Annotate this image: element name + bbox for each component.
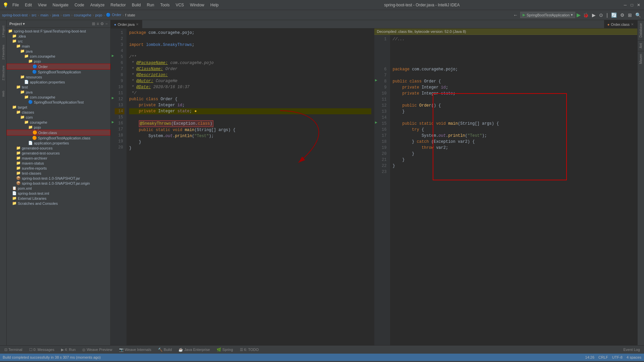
menu-refactor[interactable]: Refactor	[108, 2, 128, 8]
back-button[interactable]: ←	[512, 12, 519, 18]
database-panel-tab[interactable]: Database	[638, 20, 644, 40]
tab-weave-preview[interactable]: ◎ Weave Preview	[79, 347, 115, 353]
tab-order-java[interactable]: ● Order.java ✕	[111, 20, 142, 28]
menu-navigate[interactable]: Navigate	[50, 2, 71, 8]
tree-item-app-props2[interactable]: 📄 application.properties	[7, 140, 110, 145]
tree-item-src[interactable]: 📁 src	[7, 39, 110, 44]
encoding[interactable]: UTF-8	[612, 355, 623, 359]
tree-item-test[interactable]: 📁 test	[7, 84, 110, 89]
tree-item-target[interactable]: 📁 target	[7, 105, 110, 110]
tree-item-gen-sources[interactable]: 📁 generated-sources	[7, 145, 110, 150]
collapse-all-icon[interactable]: ≡	[97, 21, 99, 26]
ant-panel-tab[interactable]: Ant	[638, 40, 644, 51]
tree-item-order-class[interactable]: 🟠 Order.class	[7, 130, 110, 135]
tab-order-class[interactable]: ● Order.class ✕	[604, 20, 637, 28]
event-log-button[interactable]: Event Log	[621, 347, 643, 352]
tree-item-pojo2[interactable]: 📁 pojo	[7, 125, 110, 130]
run-button[interactable]: ▶	[577, 12, 581, 18]
tree-item-springboot-class[interactable]: 🟠 SpringBootTestApplication.class	[7, 135, 110, 140]
tab-build[interactable]: 🔨 Build	[155, 347, 175, 353]
coverage-button[interactable]: ▶	[591, 12, 597, 18]
tree-item-test-classes[interactable]: 📁 test-classes	[7, 171, 110, 176]
close-tab-icon[interactable]: ✕	[631, 22, 634, 26]
maximize-button[interactable]: □	[629, 2, 635, 8]
minimize-button[interactable]: ─	[623, 2, 628, 8]
breadcrumb-java[interactable]: java	[52, 13, 59, 17]
tree-item-jar2[interactable]: 📦 spring-boot-test-1.0-SNAPSHOT.jar.orig…	[7, 181, 110, 186]
tree-item-couragehe2[interactable]: 📁 couragehe	[7, 120, 110, 125]
settings-button[interactable]: ⚙	[619, 12, 626, 18]
tree-item-main[interactable]: 📁 main	[7, 44, 110, 49]
tab-todo[interactable]: ☰ 6: TODO	[237, 347, 262, 353]
search-button[interactable]: 🔍	[634, 12, 642, 18]
structure-icon[interactable]: Z:Structure	[0, 63, 6, 83]
breadcrumb-pojo[interactable]: pojo	[95, 13, 102, 17]
menu-file[interactable]: File	[10, 2, 21, 8]
left-code-area[interactable]: ▶ ▶ ▶	[111, 28, 374, 345]
tree-item-resources[interactable]: 📁 resources	[7, 74, 110, 79]
tree-item-gen-test-sources[interactable]: 📁 generated-test-sources	[7, 150, 110, 156]
menu-edit[interactable]: Edit	[22, 2, 35, 8]
menu-tools[interactable]: Tools	[158, 2, 172, 8]
expand-all-icon[interactable]: ⊞	[92, 21, 95, 26]
tree-item-iml[interactable]: 📄 spring-boot-test.iml	[7, 191, 110, 196]
breadcrumb-order[interactable]: 🔵 Order	[106, 13, 121, 17]
tree-item-idea[interactable]: 📁 .idea	[7, 34, 110, 39]
tree-item-scratches[interactable]: 📁 Scratches and Consoles	[7, 201, 110, 206]
left-code-content[interactable]: package com.couragehe.pojo; import lombo…	[126, 28, 374, 345]
menu-run[interactable]: Run	[144, 2, 157, 8]
run-config-dropdown-icon[interactable]: ▾	[571, 13, 573, 17]
tab-terminal[interactable]: ⊡ Terminal	[1, 347, 25, 353]
debug-button[interactable]: 🐞	[582, 12, 590, 18]
tab-messages[interactable]: ☐ 0: Messages	[26, 347, 57, 353]
menu-window[interactable]: Window	[187, 2, 207, 8]
tree-item-com2[interactable]: 📁 com	[7, 115, 110, 120]
tab-java-enterprise[interactable]: ☕ Java Enterprise	[175, 347, 213, 353]
tree-item-classes[interactable]: 📁 classes	[7, 110, 110, 115]
breadcrumb-src[interactable]: src	[32, 13, 37, 17]
tree-item-external-libs[interactable]: 📁 External Libraries	[7, 196, 110, 201]
tree-item-jar1[interactable]: 📦 spring-boot-test-1.0-SNAPSHOT.jar	[7, 176, 110, 181]
more-run-button[interactable]: ⊙	[598, 12, 604, 18]
tree-item-pojo[interactable]: 📁 pojo	[7, 59, 110, 64]
tree-item-app-props[interactable]: 📄 application.properties	[7, 79, 110, 84]
breadcrumb-main[interactable]: main	[40, 13, 48, 17]
breadcrumb-com[interactable]: com	[63, 13, 70, 17]
layout-button[interactable]: ⊞	[627, 12, 633, 18]
window-controls[interactable]: ─ □ ✕	[623, 2, 641, 8]
menu-view[interactable]: View	[35, 2, 49, 8]
menu-bar[interactable]: File Edit View Navigate Code Analyze Ref…	[10, 2, 221, 8]
indent[interactable]: 4 spaces	[627, 355, 641, 359]
menu-build[interactable]: Build	[129, 2, 144, 8]
tree-item-maven-archiver[interactable]: 📁 maven-archiver	[7, 156, 110, 161]
settings-icon[interactable]: ⚙	[100, 21, 104, 26]
menu-code[interactable]: Code	[72, 2, 87, 8]
maven-panel-tab[interactable]: Maven	[638, 51, 644, 67]
right-code-area[interactable]: ▶ ▶ 1 6	[374, 35, 638, 345]
menu-analyze[interactable]: Analyze	[88, 2, 107, 8]
tree-item-test-com[interactable]: 📁 com.couragehe	[7, 95, 110, 100]
favorites-icon[interactable]: 2:Favorites	[0, 42, 6, 62]
breadcrumb-couragehe[interactable]: couragehe	[74, 13, 91, 17]
line-ending[interactable]: CRLF	[598, 355, 608, 359]
tree-item-order-java[interactable]: 🔵 Order	[7, 64, 110, 69]
run-config-selector[interactable]: ▶ SpringBootTestApplication ▾	[520, 12, 575, 18]
close-panel-icon[interactable]: −	[105, 21, 108, 26]
close-button[interactable]: ✕	[636, 2, 641, 8]
tree-item-test-java[interactable]: 📁 java	[7, 89, 110, 95]
menu-help[interactable]: Help	[208, 2, 221, 8]
tree-item-maven-status[interactable]: 📁 maven-status	[7, 161, 110, 166]
web-icon[interactable]: Web	[0, 84, 6, 104]
project-icon[interactable]: 1:Project	[0, 21, 6, 42]
tab-run[interactable]: ▶ 4: Run	[58, 347, 78, 353]
menu-vcs[interactable]: VCS	[173, 2, 187, 8]
breadcrumb-project[interactable]: spring-boot-test	[2, 13, 28, 17]
close-tab-icon[interactable]: ✕	[136, 22, 139, 26]
tree-item-root[interactable]: 📁 spring-boot-test F:\java\Test\spring-b…	[7, 28, 110, 34]
tree-item-surefire[interactable]: 📁 surefire-reports	[7, 166, 110, 171]
tree-item-com-couragehe[interactable]: 📁 com.couragehe	[7, 54, 110, 59]
tab-weave-internals[interactable]: 📷 Weave Internals	[116, 347, 154, 353]
tab-spring[interactable]: 🌿 Spring	[214, 347, 236, 353]
tree-item-springboot-app[interactable]: 🔵 SpringBootTestApplication	[7, 69, 110, 74]
update-button[interactable]: 🔄	[610, 12, 618, 18]
